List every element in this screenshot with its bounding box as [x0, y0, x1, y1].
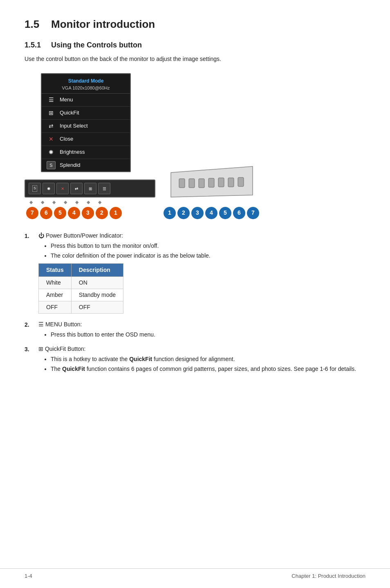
item2-title: ☰ MENU Button: — [38, 320, 365, 329]
right-number-circles: 1 2 3 4 5 6 7 — [164, 207, 260, 219]
list-item-1: 1. ⏻ Power Button/Power Indicator: Press… — [25, 231, 365, 317]
front-btn-menu[interactable]: ☰ — [98, 183, 110, 194]
front-btn-brightness[interactable]: ✺ — [43, 183, 55, 194]
svg-rect-2 — [189, 179, 195, 188]
menu-icon: ☰ — [47, 96, 56, 104]
subsection-title-text: Using the Controls button — [51, 41, 142, 49]
menu-list-icon: ☰ — [38, 321, 44, 328]
close-icon: ✕ — [47, 135, 56, 144]
right-num-3: 3 — [191, 207, 204, 219]
osd-close-label: Close — [60, 135, 73, 143]
dot-4: ◆ — [64, 199, 67, 206]
right-diagram: 1 2 3 4 5 6 7 — [164, 122, 260, 219]
status-white: White — [39, 276, 72, 289]
osd-quickfit-label: QuickFit — [60, 109, 79, 117]
num-circle-7: 7 — [26, 207, 38, 219]
right-num-4: 4 — [205, 207, 217, 219]
splendid-front-icon: S — [32, 185, 37, 192]
item3-bullet-2: The QuickFit function contains 6 pages o… — [51, 365, 365, 373]
table-row: OFF OFF — [39, 301, 123, 313]
osd-item-close[interactable]: ✕ Close — [42, 133, 130, 146]
osd-popup-wrapper: Standard Mode VGA 1020x1080@60Hz ☰ Menu … — [25, 73, 155, 175]
osd-item-menu[interactable]: ☰ Menu — [42, 94, 130, 107]
right-num-7: 7 — [247, 207, 259, 219]
item1-bullet-1: Press this button to turn the monitor on… — [51, 242, 365, 250]
right-num-5: 5 — [219, 207, 231, 219]
svg-rect-4 — [208, 178, 214, 187]
quickfit-bold-2: QuickFit — [62, 366, 85, 372]
osd-splendid-label: Splendid — [60, 161, 81, 169]
osd-popup: Standard Mode VGA 1020x1080@60Hz ☰ Menu … — [41, 73, 131, 172]
table-row: White ON — [39, 276, 123, 289]
dot-1: ◆ — [29, 199, 33, 206]
table-row: Amber Standby mode — [39, 289, 123, 301]
item1-bullet-2: The color definition of the power indica… — [51, 251, 365, 260]
item2-bullets: Press this button to enter the OSD menu. — [45, 330, 365, 339]
footer-chapter: Chapter 1: Product Introduction — [291, 572, 365, 580]
list-content-3: ⊞ QuickFit Button: This is a hotkey to a… — [38, 345, 365, 376]
left-number-circles: 7 6 5 4 3 2 1 — [25, 207, 155, 219]
dots-row-left: ◆ ◆ ◆ ◆ ◆ ◆ ◆ — [25, 197, 155, 207]
desc-standby: Standby mode — [71, 289, 123, 301]
osd-mode-label: Standard Mode — [43, 77, 128, 85]
list-item-2: 2. ☰ MENU Button: Press this button to e… — [25, 320, 365, 341]
list-item-3: 3. ⊞ QuickFit Button: This is a hotkey t… — [25, 345, 365, 376]
input-icon: ⇄ — [47, 122, 56, 130]
intro-paragraph: Use the control button on the back of th… — [25, 55, 365, 63]
osd-menu-label: Menu — [60, 96, 73, 104]
brightness-icon: ✺ — [47, 148, 56, 157]
front-btn-splendid[interactable]: S — [29, 183, 41, 194]
dot-5: ◆ — [75, 199, 78, 206]
section-title: 1.5 Monitor introduction — [25, 16, 365, 32]
quickfit-bold-1: QuickFit — [129, 356, 152, 362]
input-front-icon: ⇄ — [75, 186, 78, 192]
osd-item-brightness[interactable]: ✺ Brightness — [42, 146, 130, 159]
right-num-6: 6 — [233, 207, 245, 219]
item3-bullet-1: This is a hotkey to activate the QuickFi… — [51, 355, 365, 364]
menu-front-icon: ☰ — [103, 186, 106, 192]
quickfit-list-icon: ⊞ — [38, 346, 43, 352]
num-circle-2: 2 — [96, 207, 108, 219]
close-front-icon: ✕ — [61, 186, 64, 192]
item3-bullets: This is a hotkey to activate the QuickFi… — [45, 355, 365, 373]
item1-title: ⏻ Power Button/Power Indicator: — [38, 231, 365, 240]
osd-item-input[interactable]: ⇄ Input Select — [42, 120, 130, 133]
front-btn-input[interactable]: ⇄ — [70, 183, 83, 194]
svg-rect-6 — [228, 178, 234, 187]
svg-rect-1 — [179, 179, 185, 188]
section-number: 1.5 — [25, 18, 39, 30]
table-header-description: Description — [71, 263, 123, 276]
list-num-3: 3. — [25, 345, 34, 354]
page-footer: 1-4 Chapter 1: Product Introduction — [0, 568, 390, 580]
subsection-number: 1.5.1 — [25, 41, 41, 49]
dot-2: ◆ — [41, 199, 44, 206]
num-circle-1: 1 — [110, 207, 122, 219]
footer-page-number: 1-4 — [25, 572, 32, 580]
monitor-front-bar: S ✺ ✕ ⇄ ⊞ ☰ — [25, 180, 155, 197]
num-circle-6: 6 — [40, 207, 52, 219]
osd-item-splendid[interactable]: S Splendid — [42, 159, 130, 172]
osd-item-quickfit[interactable]: ⊞ QuickFit — [42, 107, 130, 120]
list-num-1: 1. — [25, 232, 34, 240]
status-off: OFF — [39, 301, 72, 313]
power-icon: ⏻ — [38, 232, 44, 239]
num-circle-4: 4 — [68, 207, 80, 219]
front-btn-close[interactable]: ✕ — [56, 183, 69, 194]
dot-7: ◆ — [98, 199, 101, 206]
quickfit-icon: ⊞ — [47, 109, 56, 117]
num-circle-3: 3 — [82, 207, 94, 219]
svg-rect-5 — [218, 178, 224, 187]
front-btn-quickfit[interactable]: ⊞ — [84, 183, 96, 194]
left-diagram: Standard Mode VGA 1020x1080@60Hz ☰ Menu … — [25, 73, 155, 219]
osd-header: Standard Mode VGA 1020x1080@60Hz — [42, 74, 130, 94]
item2-bullet-1: Press this button to enter the OSD menu. — [51, 330, 365, 339]
osd-brightness-label: Brightness — [60, 148, 85, 156]
content-list: 1. ⏻ Power Button/Power Indicator: Press… — [25, 231, 365, 376]
brightness-front-icon: ✺ — [47, 186, 50, 192]
status-table: Status Description White ON Amber Standb… — [38, 263, 123, 314]
desc-on: ON — [71, 276, 123, 289]
subsection-title: 1.5.1 Using the Controls button — [25, 40, 365, 51]
quickfit-front-icon: ⊞ — [89, 186, 92, 192]
section-title-text: Monitor introduction — [51, 18, 155, 30]
svg-rect-3 — [199, 179, 204, 188]
